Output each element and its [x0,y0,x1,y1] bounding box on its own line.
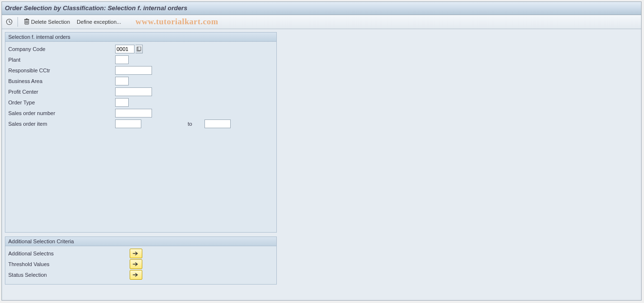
label-threshold-values: Threshold Values [8,261,130,267]
row-business-area: Business Area [8,76,273,86]
row-company-code: Company Code [8,44,273,54]
group-additional-selection: Additional Selection Criteria Additional… [5,236,277,285]
label-profit-center: Profit Center [8,89,115,95]
row-sales-order-item: Sales order item to [8,118,273,129]
delete-selection-label: Delete Selection [31,19,70,25]
input-plant[interactable] [115,55,129,64]
trash-icon [24,18,30,25]
page-title: Order Selection by Classification: Selec… [5,4,187,12]
label-company-code: Company Code [8,46,115,52]
separator [17,17,18,27]
arrow-right-icon [133,262,139,267]
row-status-selection: Status Selection [8,269,273,280]
group-selection-body: Company Code Plant [5,42,276,232]
label-sales-order-item: Sales order item [8,121,115,127]
svg-rect-10 [138,47,141,50]
row-sales-order-number: Sales order number [8,108,273,118]
label-additional-selectns: Additional Selectns [8,251,130,256]
row-profit-center: Profit Center [8,86,273,97]
group-additional-body: Additional Selectns Threshold Values [5,246,276,284]
arrow-right-icon [133,272,139,277]
label-status-selection: Status Selection [8,272,130,278]
app-window: Order Selection by Classification: Selec… [1,1,642,301]
input-responsible-cctr[interactable] [115,66,152,75]
input-order-type[interactable] [115,98,129,107]
arrow-right-icon [133,251,139,256]
svg-rect-4 [24,19,29,20]
group-additional-header: Additional Selection Criteria [5,237,276,246]
nav-status-selection[interactable] [130,270,142,280]
f4-help-company-code[interactable] [136,45,143,53]
toolbar: Delete Selection Define exception... www… [2,15,641,29]
row-order-type: Order Type [8,97,273,108]
input-sales-order-item-to[interactable] [204,119,231,128]
label-business-area: Business Area [8,78,115,84]
group-selection-header: Selection f. internal orders [5,33,276,42]
nav-threshold-values[interactable] [130,259,142,269]
input-sales-order-number[interactable] [115,109,152,118]
row-threshold-values: Threshold Values [8,259,273,269]
define-exception-label: Define exception... [77,19,121,25]
row-plant: Plant [8,54,273,65]
define-exception-button[interactable]: Define exception... [75,18,123,26]
nav-additional-selectns[interactable] [130,249,142,258]
svg-rect-5 [26,18,28,19]
body-area: Selection f. internal orders Company Cod… [2,29,641,291]
label-responsible-cctr: Responsible CCtr [8,67,115,73]
label-sales-order-number: Sales order number [8,110,115,116]
delete-selection-button[interactable]: Delete Selection [22,17,72,26]
label-plant: Plant [8,57,115,63]
input-business-area[interactable] [115,77,129,85]
label-to: to [175,121,204,127]
svg-line-2 [9,22,11,23]
search-help-icon [136,47,141,51]
group-selection-internal-orders: Selection f. internal orders Company Cod… [5,32,277,233]
input-sales-order-item-from[interactable] [115,119,141,128]
titlebar: Order Selection by Classification: Selec… [2,2,641,15]
execute-icon[interactable] [5,17,14,26]
row-responsible-cctr: Responsible CCtr [8,65,273,76]
input-profit-center[interactable] [115,87,152,96]
label-order-type: Order Type [8,100,115,105]
watermark-text: www.tutorialkart.com [136,17,219,27]
row-additional-selectns: Additional Selectns [8,248,273,259]
input-company-code[interactable] [115,45,135,53]
